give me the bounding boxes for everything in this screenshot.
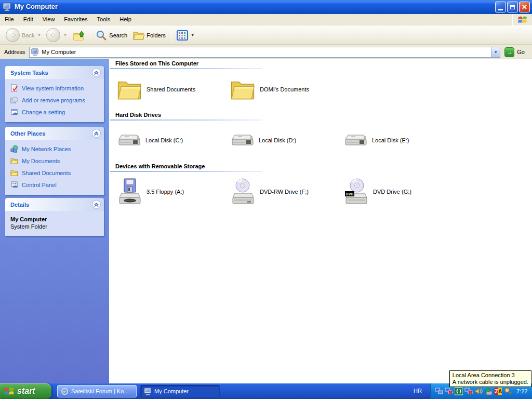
network-tooltip: Local Area Connection 3 A network cable … xyxy=(449,370,531,387)
cd-player-tray-icon[interactable] xyxy=(455,387,463,395)
item-dvd-g[interactable]: DVD DVD Drive (G:) xyxy=(344,177,456,207)
back-label: Back xyxy=(22,32,34,38)
item-dvd-rw-f[interactable]: DVD-RW Drive (F:) xyxy=(231,177,343,207)
forward-icon xyxy=(46,28,60,42)
network-unplugged-icon[interactable] xyxy=(464,387,473,395)
my-computer-icon xyxy=(3,3,11,11)
back-dropdown-icon[interactable]: ▼ xyxy=(37,33,41,37)
go-arrow-icon: → xyxy=(504,47,514,57)
sidebar-item-add-remove-programs[interactable]: Add or remove programs xyxy=(10,96,102,104)
details-title: Details xyxy=(10,202,29,208)
group-title-removable: Devices with Removable Storage xyxy=(115,163,205,169)
item-domis-documents[interactable]: DOMI's Documents xyxy=(231,76,343,103)
collapse-chevron-icon[interactable] xyxy=(92,200,101,209)
dvd-drive-icon: DVD xyxy=(344,178,368,206)
key-tray-icon[interactable] xyxy=(504,387,512,395)
sidebar-item-my-documents[interactable]: My Documents xyxy=(10,157,102,165)
group-underline xyxy=(110,171,262,172)
task-pane-sidebar: System Tasks View system information xyxy=(0,59,109,383)
address-input[interactable]: My Computer ▼ xyxy=(29,47,500,58)
group-title-files: Files Stored on This Computer xyxy=(115,60,198,66)
folder-icon xyxy=(117,79,141,100)
item-local-disk-e[interactable]: Local Disk (E:) xyxy=(344,127,456,154)
internet-explorer-icon: e xyxy=(61,388,69,395)
item-local-disk-c[interactable]: Local Disk (C:) xyxy=(117,127,230,154)
hard-disk-icon xyxy=(231,132,254,149)
address-label: Address xyxy=(2,49,29,55)
network-connection-icon[interactable] xyxy=(435,387,443,395)
other-places-panel: Other Places My Network Places xyxy=(5,127,104,195)
safely-remove-hardware-icon[interactable] xyxy=(484,387,493,395)
address-dropdown-button[interactable]: ▼ xyxy=(491,47,500,57)
menu-tools[interactable]: Tools xyxy=(92,14,115,25)
sidebar-item-change-a-setting[interactable]: Change a setting xyxy=(10,108,102,116)
menu-edit[interactable]: Edit xyxy=(19,14,38,25)
folder-icon xyxy=(231,79,255,100)
views-dropdown-icon[interactable]: ▼ xyxy=(191,33,195,37)
details-item-name: My Computer xyxy=(10,216,102,222)
system-info-icon xyxy=(10,84,18,92)
folder-view: Files Stored on This Computer Shared Doc… xyxy=(109,59,532,383)
svg-text:DVD: DVD xyxy=(346,192,354,196)
network-unplugged-icon[interactable] xyxy=(445,387,453,395)
go-label: Go xyxy=(517,49,525,55)
hard-disk-icon xyxy=(117,132,140,149)
address-my-computer-icon xyxy=(31,48,39,56)
back-button[interactable]: Back ▼ xyxy=(3,27,44,43)
folders-icon xyxy=(132,30,144,41)
toolbar-separator xyxy=(171,28,171,43)
restore-button[interactable] xyxy=(507,2,518,12)
hard-disk-icon xyxy=(344,132,367,149)
sidebar-item-my-network-places[interactable]: My Network Places xyxy=(10,145,102,153)
group-underline xyxy=(110,68,262,69)
svg-text:Z: Z xyxy=(495,389,498,394)
item-shared-documents[interactable]: Shared Documents xyxy=(117,76,230,103)
zonealarm-icon[interactable]: Z A xyxy=(494,387,502,395)
system-tasks-header[interactable]: System Tasks xyxy=(5,66,104,79)
close-button[interactable]: ✕ xyxy=(519,2,530,12)
other-places-header[interactable]: Other Places xyxy=(5,127,104,140)
start-flag-icon xyxy=(4,387,15,396)
svg-text:A: A xyxy=(498,389,502,394)
start-button[interactable]: start xyxy=(0,383,51,399)
menu-bar: File Edit View Favorites Tools Help xyxy=(0,14,532,25)
forward-button[interactable]: ▼ xyxy=(44,27,70,43)
go-button[interactable]: → Go xyxy=(500,47,530,57)
start-label: start xyxy=(17,387,35,396)
group-title-hard-disks: Hard Disk Drives xyxy=(115,112,161,118)
floppy-drive-icon xyxy=(117,178,141,206)
collapse-chevron-icon[interactable] xyxy=(92,129,101,138)
menu-favorites[interactable]: Favorites xyxy=(59,14,92,25)
search-icon xyxy=(96,30,107,41)
control-panel-icon xyxy=(10,181,18,189)
collapse-chevron-icon[interactable] xyxy=(92,68,101,77)
dvd-rw-drive-icon xyxy=(231,178,255,206)
taskbar-button-my-computer[interactable]: My Computer xyxy=(140,385,220,397)
details-header[interactable]: Details xyxy=(5,198,104,211)
up-button[interactable] xyxy=(70,28,87,43)
forward-dropdown-icon[interactable]: ▼ xyxy=(63,33,67,37)
clock[interactable]: 7:22 xyxy=(516,388,527,394)
task-button-label: Satelitski Forum | Ko... xyxy=(71,388,128,394)
sidebar-item-control-panel[interactable]: Control Panel xyxy=(10,181,102,189)
minimize-button[interactable] xyxy=(495,2,506,12)
sidebar-item-view-system-information[interactable]: View system information xyxy=(10,84,102,92)
language-indicator[interactable]: HR xyxy=(414,388,422,394)
folders-button[interactable]: Folders xyxy=(130,29,168,42)
standard-toolbar: Back ▼ ▼ Search xyxy=(0,26,532,45)
sidebar-item-shared-documents[interactable]: Shared Documents xyxy=(10,169,102,177)
search-button[interactable]: Search xyxy=(93,29,130,42)
volume-icon[interactable] xyxy=(474,387,483,395)
menu-help[interactable]: Help xyxy=(115,14,136,25)
item-floppy-a[interactable]: 3.5 Floppy (A:) xyxy=(117,177,230,207)
item-local-disk-d[interactable]: Local Disk (D:) xyxy=(231,127,343,154)
toolbar-separator xyxy=(90,28,90,43)
address-value: My Computer xyxy=(42,49,76,55)
menu-file[interactable]: File xyxy=(0,14,19,25)
views-button[interactable]: ▼ xyxy=(174,29,197,42)
title-bar: My Computer ✕ xyxy=(0,0,532,14)
menu-view[interactable]: View xyxy=(38,14,60,25)
change-setting-icon xyxy=(10,108,18,116)
tooltip-line2: A network cable is unplugged. xyxy=(453,379,528,385)
taskbar-button-satelitski-forum[interactable]: e Satelitski Forum | Ko... xyxy=(57,385,137,397)
